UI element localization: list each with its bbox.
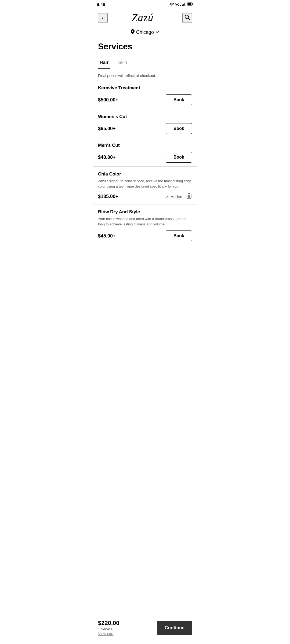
wifi-icon bbox=[170, 2, 174, 7]
service-mens-cut: Men's Cut $40.00+ Book bbox=[93, 138, 197, 167]
service-footer-blow-dry: $45.00+ Book bbox=[98, 230, 192, 241]
search-icon bbox=[184, 14, 190, 22]
service-keravive: Keravive Treatment $500.00+ Book bbox=[93, 80, 197, 109]
service-footer-chia-color: $185.00+ ✓ Added bbox=[98, 193, 192, 200]
location-pin-icon bbox=[131, 29, 135, 35]
search-button[interactable] bbox=[182, 13, 192, 23]
service-footer-mens-cut: $40.00+ Book bbox=[98, 152, 192, 163]
service-name-chia-color: Chia Color bbox=[98, 171, 192, 177]
svg-rect-10 bbox=[187, 194, 191, 198]
app-header: ‹ Zazú bbox=[93, 8, 197, 28]
status-time: 6:46 bbox=[97, 2, 105, 7]
service-name-keravive: Keravive Treatment bbox=[98, 85, 192, 91]
status-icons: VOL bbox=[170, 2, 193, 7]
service-blow-dry: Blow Dry And Style Your hair is washed a… bbox=[93, 204, 197, 245]
services-list: Final prices will reflect at checkout. K… bbox=[93, 69, 197, 277]
service-desc-blow-dry: Your hair is washed and dried with a rou… bbox=[98, 216, 192, 227]
svg-rect-5 bbox=[193, 3, 193, 5]
book-button-blow-dry[interactable]: Book bbox=[166, 230, 192, 241]
app-logo: Zazú bbox=[130, 10, 160, 26]
svg-text:Zazú: Zazú bbox=[132, 12, 154, 24]
svg-rect-2 bbox=[184, 3, 185, 6]
signal-icon bbox=[182, 2, 186, 6]
status-bar: 6:46 VOL bbox=[93, 0, 197, 8]
back-button[interactable]: ‹ bbox=[98, 13, 108, 23]
tab-skin[interactable]: Skin bbox=[117, 56, 129, 69]
service-price-keravive: $500.00+ bbox=[98, 97, 118, 103]
added-text-chia-color: Added bbox=[171, 194, 182, 199]
page-title: Services bbox=[93, 39, 197, 56]
service-footer-womens-cut: $65.00+ Book bbox=[98, 123, 192, 134]
location-city: Chicago bbox=[136, 30, 154, 35]
checkmark-icon: ✓ bbox=[166, 194, 169, 199]
battery-icon bbox=[187, 2, 193, 6]
location-chevron-icon bbox=[155, 30, 159, 34]
location-bar[interactable]: Chicago bbox=[93, 28, 197, 39]
service-name-womens-cut: Women's Cut bbox=[98, 114, 192, 119]
service-desc-chia-color: Zazu's signature color service, receive … bbox=[98, 178, 192, 189]
book-button-womens-cut[interactable]: Book bbox=[166, 123, 192, 134]
service-price-chia-color: $185.00+ bbox=[98, 194, 118, 199]
book-button-mens-cut[interactable]: Book bbox=[166, 152, 192, 163]
disclaimer-text: Final prices will reflect at checkout. bbox=[93, 69, 197, 80]
added-label-chia-color: ✓ Added bbox=[166, 194, 182, 199]
back-icon: ‹ bbox=[102, 14, 104, 21]
service-price-blow-dry: $45.00+ bbox=[98, 233, 116, 239]
service-tabs: Hair Skin bbox=[93, 56, 197, 69]
svg-line-9 bbox=[188, 18, 190, 20]
service-womens-cut: Women's Cut $65.00+ Book bbox=[93, 109, 197, 138]
service-chia-color: Chia Color Zazu's signature color servic… bbox=[93, 167, 197, 204]
svg-rect-6 bbox=[188, 3, 191, 5]
added-section-chia-color: ✓ Added bbox=[166, 193, 192, 200]
svg-rect-1 bbox=[183, 4, 184, 6]
vol-icon: VOL bbox=[175, 3, 181, 6]
service-name-blow-dry: Blow Dry And Style bbox=[98, 209, 192, 215]
book-button-keravive[interactable]: Book bbox=[166, 94, 192, 105]
delete-chia-color-button[interactable] bbox=[186, 193, 192, 200]
svg-rect-0 bbox=[182, 5, 183, 6]
svg-rect-3 bbox=[186, 2, 186, 6]
service-price-womens-cut: $65.00+ bbox=[98, 126, 116, 131]
service-footer-keravive: $500.00+ Book bbox=[98, 94, 192, 105]
service-price-mens-cut: $40.00+ bbox=[98, 155, 116, 160]
service-name-mens-cut: Men's Cut bbox=[98, 143, 192, 148]
tab-hair[interactable]: Hair bbox=[98, 56, 110, 69]
